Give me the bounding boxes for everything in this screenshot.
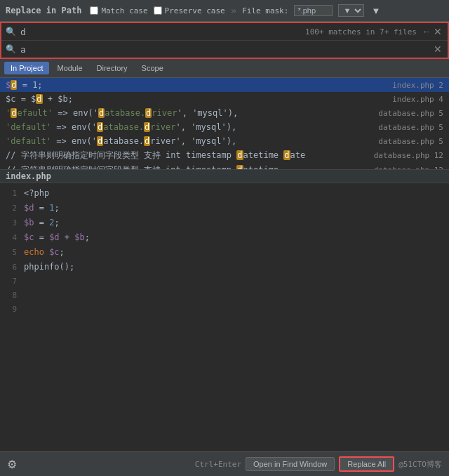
code-line: 3 $b = 2; [0,216,449,230]
find-row: 🔍 100+ matches in 7+ files ← ✕ [1,23,448,41]
file-mask-input[interactable] [294,5,333,16]
result-code: $d = 1; [6,80,387,90]
result-code: // 字符串则明确指定时间字段类型 支持 int timestamp datet… [6,150,368,161]
match-count: 100+ matches in 7+ files [305,27,417,37]
result-row[interactable]: 'default' => env('database.driver', 'mys… [0,106,449,120]
result-code: // 字符串则明确指定时间字段类型 支持 int timestamp datet… [6,164,368,169]
line-number: 5 [0,246,17,259]
line-number: 8 [0,289,17,302]
result-code: 'default' => env('database.driver', 'mys… [6,136,373,146]
preserve-case-group: Preserve case [154,6,225,15]
result-file: index.php 2 [392,81,443,90]
code-line: 2 $d = 1; [0,201,449,216]
results-list: $d = 1; index.php 2 $c = $d + $b; index.… [0,78,449,169]
line-number: 4 [0,232,17,244]
separator: » [231,5,236,16]
result-row[interactable]: 'default' => env('database.driver', 'mys… [0,134,449,148]
tab-directory[interactable]: Directory [91,62,134,74]
ctrl-enter-hint: Ctrl+Enter [195,460,241,469]
result-row[interactable]: $c = $d + $b; index.php 4 [0,92,449,106]
clear-find-button[interactable]: ✕ [432,26,443,37]
editor-content: 1 <?php 2 $d = 1; 3 $b = 2; 4 $c = $d + … [0,183,449,319]
replace-all-button[interactable]: Replace All [339,456,394,472]
find-icon: 🔍 [6,27,16,37]
bottom-center: Ctrl+Enter Open in Find Window Replace A… [195,456,442,472]
result-row[interactable]: 'default' => env('database.driver', 'mys… [0,120,449,134]
match-case-label: Match case [101,6,147,15]
line-number: 7 [0,275,17,288]
file-mask-label: File mask: [242,6,288,15]
preserve-case-checkbox[interactable] [154,6,162,15]
code-line: 8 [0,289,449,303]
replace-row: 🔍 ✕ [1,41,448,58]
watermark: @51CTO博客 [398,459,442,470]
line-number: 3 [0,217,17,230]
toolbar-title: Replace in Path [6,6,81,15]
code-line: 4 $c = $d + $b; [0,230,449,245]
code-line: 5 echo $c; [0,245,449,260]
line-number: 9 [0,303,17,316]
result-file: database.php 5 [378,137,443,146]
line-number: 6 [0,261,17,274]
line-code: echo $c; [24,246,65,258]
code-line: 1 <?php [0,186,449,201]
find-input[interactable] [20,27,305,37]
bottom-bar: ⚙ Ctrl+Enter Open in Find Window Replace… [0,451,449,476]
result-file: database.php 12 [374,166,443,169]
result-row[interactable]: $d = 1; index.php 2 [0,78,449,92]
settings-button[interactable]: ⚙ [7,458,17,471]
match-case-group: Match case [90,6,147,15]
tab-module[interactable]: Module [51,62,88,74]
code-line: 7 [0,275,449,289]
line-number: 2 [0,202,17,215]
prev-match-button[interactable]: ← [421,27,432,37]
result-code: $c = $d + $b; [6,94,387,104]
open-find-window-button[interactable]: Open in Find Window [246,457,335,471]
result-code: 'default' => env('database.driver', 'mys… [6,122,373,132]
file-mask-dropdown[interactable]: ▼ [338,4,364,17]
filter-button[interactable]: ▼ [370,6,382,16]
result-file: database.php 5 [378,109,443,118]
search-area: 🔍 100+ matches in 7+ files ← ✕ 🔍 ✕ [0,22,449,59]
toolbar: Replace in Path Match case Preserve case… [0,0,449,22]
replace-input[interactable] [20,44,432,55]
result-row[interactable]: // 字符串则明确指定时间字段类型 支持 int timestamp datet… [0,163,449,169]
result-row[interactable]: // 字符串则明确指定时间字段类型 支持 int timestamp datet… [0,148,449,163]
line-code: $b = 2; [24,216,60,229]
file-divider: index.php [0,169,449,183]
line-code: <?php [24,187,49,199]
result-code: 'default' => env('database.driver', 'mys… [6,108,373,118]
code-line: 9 [0,303,449,317]
line-number: 1 [0,187,17,200]
tab-in-project[interactable]: In Project [4,62,49,74]
line-code: $d = 1; [24,201,60,214]
result-file: database.php 12 [374,151,443,160]
preserve-case-label: Preserve case [165,6,225,15]
result-file: index.php 4 [392,95,443,104]
clear-replace-button[interactable]: ✕ [432,44,443,55]
line-code: $c = $d + $b; [24,231,90,244]
match-case-checkbox[interactable] [90,6,98,15]
line-code: phpinfo(); [24,260,74,273]
replace-icon: 🔍 [6,44,16,54]
editor-area: 1 <?php 2 $d = 1; 3 $b = 2; 4 $c = $d + … [0,183,449,319]
result-file: database.php 5 [378,123,443,132]
tab-scope[interactable]: Scope [135,62,170,74]
code-line: 6 phpinfo(); [0,260,449,275]
scope-tabs: In Project Module Directory Scope [0,59,449,78]
